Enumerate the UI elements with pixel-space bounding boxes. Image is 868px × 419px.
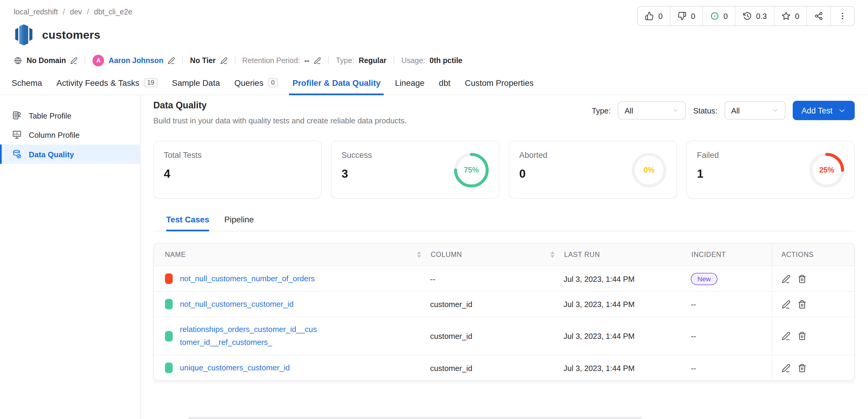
kebab-icon: [838, 12, 847, 21]
owner-link[interactable]: Aaron Johnson: [109, 56, 163, 65]
aborted-percent: 0%: [631, 153, 667, 189]
delete-test-icon[interactable]: [798, 363, 806, 373]
section-title: Data Quality: [153, 100, 452, 111]
table-row: not_null_customers_customer_id customer_…: [154, 292, 855, 317]
tab-sample-data[interactable]: Sample Data: [165, 78, 227, 95]
table-row: unique_customers_customer_id customer_id…: [154, 355, 855, 381]
section-description: Build trust in your data with quality te…: [153, 116, 452, 126]
last-run-value: Jul 3, 2023, 1:44 PM: [563, 355, 691, 381]
queries-count-badge: 0: [268, 78, 278, 87]
breadcrumb-database[interactable]: dev: [70, 8, 94, 16]
edit-domain-icon[interactable]: [70, 57, 78, 64]
edit-owner-icon[interactable]: [168, 57, 175, 64]
downvote-count: 0: [691, 12, 695, 21]
type-label: Type:: [336, 56, 354, 65]
edit-test-icon[interactable]: [781, 274, 790, 283]
sidebar-item-data-quality[interactable]: Data Quality: [0, 144, 140, 164]
breadcrumb-service[interactable]: local_redshift: [14, 8, 70, 16]
tab-pipeline[interactable]: Pipeline: [224, 215, 254, 231]
version-count: 0.3: [756, 12, 767, 21]
last-run-value: Jul 3, 2023, 1:44 PM: [563, 317, 691, 355]
column-profile-icon: [12, 130, 22, 139]
entity-meta-row: No Domain A Aaron Johnson No Tier Retent…: [0, 48, 868, 67]
tab-dbt[interactable]: dbt: [432, 78, 458, 95]
column-value: --: [430, 266, 563, 292]
sort-column-icon[interactable]: [550, 252, 555, 258]
owner-meta: A Aaron Johnson: [93, 55, 175, 66]
incident-value: --: [691, 355, 772, 381]
tab-lineage[interactable]: Lineage: [388, 78, 432, 95]
owner-avatar[interactable]: A: [93, 55, 104, 66]
delete-test-icon[interactable]: [798, 274, 806, 283]
failed-donut: 25%: [809, 153, 845, 189]
test-case-link[interactable]: unique_customers_customer_id: [180, 362, 290, 374]
globe-icon: [14, 56, 22, 65]
status-filter-select[interactable]: All: [724, 101, 785, 120]
last-run-value: Jul 3, 2023, 1:44 PM: [563, 292, 691, 317]
share-icon: [814, 12, 823, 21]
breadcrumb-schema[interactable]: dbt_cli_e2e: [94, 8, 132, 16]
sort-name-icon[interactable]: [417, 252, 422, 258]
test-case-link[interactable]: not_null_customers_customer_id: [180, 298, 294, 311]
status-filter-value: All: [731, 106, 740, 115]
type-value: Regular: [359, 56, 386, 65]
divider: [235, 57, 235, 64]
data-quality-panel: Data Quality Build trust in your data wi…: [141, 95, 868, 419]
add-test-button[interactable]: Add Test: [793, 101, 855, 120]
column-value: customer_id: [430, 317, 563, 355]
incident-status-badge[interactable]: New: [691, 273, 717, 285]
delete-test-icon[interactable]: [798, 300, 806, 309]
edit-retention-icon[interactable]: [314, 57, 321, 64]
tab-profiler-data-quality[interactable]: Profiler & Data Quality: [285, 78, 388, 95]
table-profile-icon: [12, 111, 22, 120]
section-heading-block: Data Quality Build trust in your data wi…: [153, 100, 452, 126]
table-row: not_null_customers_number_of_orders -- J…: [154, 266, 855, 292]
tab-queries[interactable]: Queries0: [227, 78, 285, 95]
delete-test-icon[interactable]: [798, 332, 806, 341]
type-filter-select[interactable]: All: [618, 101, 686, 120]
test-status-indicator: [165, 362, 173, 373]
follow-count: 0: [795, 12, 799, 21]
tab-activity-feeds[interactable]: Activity Feeds & Tasks19: [49, 78, 164, 95]
tab-schema[interactable]: Schema: [4, 78, 49, 95]
divider: [85, 57, 85, 64]
failed-card: Failed 1 25%: [686, 141, 855, 199]
history-icon: [743, 12, 751, 21]
edit-test-icon[interactable]: [781, 300, 790, 309]
app-window: local_redshift dev dbt_cli_e2e 0 0 0 0.3: [0, 0, 868, 419]
column-value: customer_id: [430, 292, 563, 317]
failed-percent: 25%: [809, 153, 845, 189]
divider: [328, 57, 329, 64]
usage-meta: Usage: 0th pctile: [402, 56, 463, 65]
profiler-sidebar: Table Profile Column Profile Data Qualit…: [0, 95, 141, 419]
retention-meta: Retention Period: --: [242, 56, 321, 65]
test-status-indicator: [165, 274, 173, 284]
type-filter-value: All: [624, 106, 633, 115]
tab-custom-properties[interactable]: Custom Properties: [458, 78, 541, 95]
sidebar-item-table-profile[interactable]: Table Profile: [0, 106, 140, 125]
type-meta: Type: Regular: [336, 56, 386, 65]
star-icon: [782, 12, 790, 21]
test-case-link[interactable]: relationships_orders_customer_id__custom…: [180, 324, 318, 349]
edit-test-icon[interactable]: [781, 363, 790, 373]
edit-tier-icon[interactable]: [220, 57, 227, 64]
test-case-link[interactable]: not_null_customers_number_of_orders: [180, 272, 315, 285]
column-header-last-run: LAST RUN: [564, 251, 600, 259]
type-filter-label: Type:: [592, 106, 611, 115]
horizontal-scrollbar[interactable]: [188, 417, 642, 419]
chevron-down-icon: [838, 106, 846, 115]
circle-dot-icon: [710, 12, 719, 21]
divider: [182, 57, 183, 64]
page-title: customers: [42, 28, 100, 41]
sidebar-item-column-profile[interactable]: Column Profile: [0, 125, 140, 145]
tab-test-cases[interactable]: Test Cases: [166, 215, 209, 231]
edit-test-icon[interactable]: [781, 332, 790, 341]
card-value: 4: [164, 167, 311, 181]
incident-value: --: [691, 317, 772, 355]
test-view-tabs: Test Cases Pipeline: [153, 215, 855, 231]
divider: [394, 57, 394, 64]
content-area: Table Profile Column Profile Data Qualit…: [0, 95, 868, 419]
domain-label: No Domain: [26, 56, 66, 65]
column-value: customer_id: [430, 355, 563, 381]
tier-label: No Tier: [190, 56, 216, 65]
